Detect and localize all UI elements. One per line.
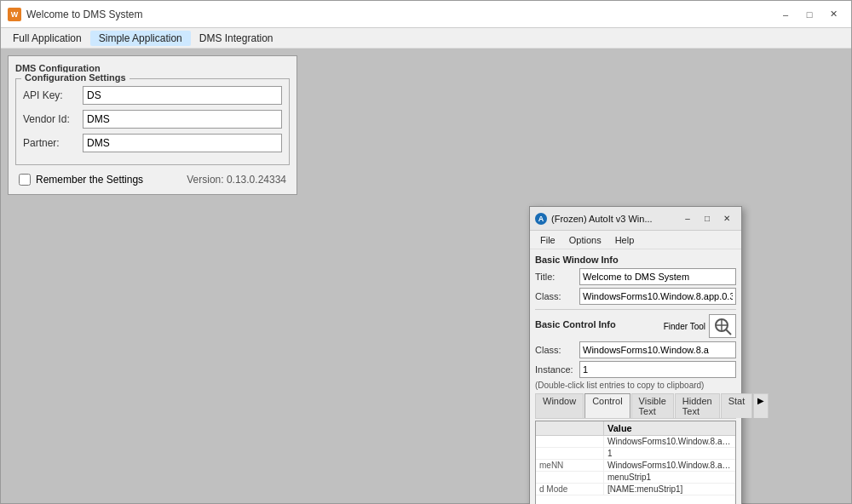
- autoit-close-button[interactable]: ✕: [717, 211, 736, 226]
- cell-value-2: WindowsForms10.Window.8.app.0.37873: [604, 460, 735, 471]
- close-button[interactable]: ✕: [822, 6, 844, 23]
- col-value-header: Value: [604, 421, 735, 435]
- api-key-row: API Key:: [23, 86, 282, 105]
- autoit-menu-help[interactable]: Help: [608, 234, 642, 246]
- cell-name-1: [536, 448, 604, 459]
- remember-checkbox[interactable]: [19, 174, 31, 186]
- config-group: Configuration Settings API Key: Vendor I…: [15, 78, 290, 165]
- basic-control-info-header: Basic Control Info: [535, 319, 616, 329]
- window-class-row: Class:: [535, 288, 736, 305]
- cell-name-4: d Mode: [536, 484, 604, 495]
- vendor-id-input[interactable]: [83, 110, 282, 129]
- autoit-menu-options[interactable]: Options: [562, 234, 608, 246]
- window-title: Welcome to DMS System: [26, 9, 774, 20]
- partner-input[interactable]: [83, 134, 282, 152]
- tab-row: Window Control Visible Text Hidden Text …: [535, 393, 736, 419]
- control-class-row: Class:: [535, 341, 736, 358]
- partner-label: Partner:: [23, 137, 83, 149]
- basic-control-info-section: Basic Control Info Finder Tool: [535, 314, 736, 338]
- tab-control[interactable]: Control: [584, 393, 630, 418]
- app-icon: W: [8, 8, 21, 21]
- vendor-id-row: Vendor Id:: [23, 110, 282, 129]
- autoit-app-icon: A: [535, 213, 547, 225]
- finder-tool-label: Finder Tool: [664, 322, 705, 331]
- menu-simple-application[interactable]: Simple Application: [90, 31, 191, 46]
- autoit-content: Basic Window Info Title: Class: Basic Co…: [530, 249, 741, 504]
- menu-full-application[interactable]: Full Application: [4, 31, 90, 46]
- autoit-title-bar: A (Frozen) AutoIt v3 Win... – □ ✕: [530, 207, 741, 231]
- autoit-window-controls: – □ ✕: [678, 211, 736, 226]
- control-instance-label: Instance:: [535, 364, 579, 375]
- autoit-maximize-button[interactable]: □: [698, 211, 717, 226]
- minimize-button[interactable]: –: [774, 6, 797, 23]
- autoit-menu-bar: File Options Help: [530, 231, 741, 249]
- autoit-window: A (Frozen) AutoIt v3 Win... – □ ✕ File O…: [529, 206, 742, 504]
- table-row[interactable]: 1: [536, 448, 735, 460]
- config-group-legend: Configuration Settings: [21, 72, 130, 83]
- finder-tool-icon: [713, 317, 732, 335]
- autoit-minimize-button[interactable]: –: [678, 211, 697, 226]
- table-container: Value WindowsForms10.Window.8.app.0.3787…: [535, 421, 736, 504]
- tab-visible-text[interactable]: Visible Text: [631, 393, 674, 418]
- menu-dms-integration[interactable]: DMS Integration: [191, 31, 282, 46]
- svg-line-1: [726, 329, 731, 335]
- maximize-button[interactable]: □: [798, 6, 820, 23]
- window-title-row: Title:: [535, 268, 736, 285]
- remember-row: Remember the Settings: [19, 174, 143, 186]
- remember-label: Remember the Settings: [36, 174, 143, 186]
- basic-window-info-header: Basic Window Info: [535, 255, 736, 265]
- panel-footer: Remember the Settings Version: 0.13.0.24…: [15, 172, 290, 187]
- autoit-window-title: (Frozen) AutoIt v3 Win...: [551, 214, 678, 224]
- window-class-field[interactable]: [579, 288, 736, 305]
- table-row[interactable]: d Mode [NAME:menuStrip1]: [536, 484, 735, 495]
- control-instance-row: Instance:: [535, 361, 736, 378]
- window-class-label: Class:: [535, 291, 579, 301]
- cell-value-3: menuStrip1: [604, 472, 735, 483]
- dms-config-panel: DMS Configuration Configuration Settings…: [8, 55, 297, 195]
- table-header: Value: [536, 421, 735, 436]
- window-controls: – □ ✕: [774, 6, 844, 23]
- tab-hidden-text[interactable]: Hidden Text: [675, 393, 720, 418]
- vendor-id-label: Vendor Id:: [23, 113, 83, 125]
- table-area[interactable]: Value WindowsForms10.Window.8.app.0.3787…: [535, 421, 736, 504]
- tab-window[interactable]: Window: [535, 393, 584, 418]
- cell-name-2: meNN: [536, 460, 604, 471]
- control-instance-field[interactable]: [579, 361, 736, 378]
- content-area: DMS Configuration Configuration Settings…: [1, 49, 851, 503]
- table-row[interactable]: meNN WindowsForms10.Window.8.app.0.37873: [536, 460, 735, 472]
- col-name-header: [536, 421, 604, 435]
- control-class-field[interactable]: [579, 341, 736, 358]
- tab-stat[interactable]: Stat: [721, 393, 753, 418]
- title-bar: W Welcome to DMS System – □ ✕: [1, 1, 851, 28]
- window-title-label: Title:: [535, 272, 579, 282]
- divider-1: [535, 309, 736, 310]
- api-key-label: API Key:: [23, 89, 83, 101]
- table-row[interactable]: menuStrip1: [536, 472, 735, 484]
- control-class-label: Class:: [535, 345, 579, 355]
- tab-scroll-right[interactable]: ▶: [753, 393, 769, 418]
- main-window: W Welcome to DMS System – □ ✕ Full Appli…: [0, 0, 852, 504]
- cell-name-0: [536, 436, 604, 447]
- cell-name-3: [536, 472, 604, 483]
- cell-value-0: WindowsForms10.Window.8.app.0.37873: [604, 436, 735, 447]
- partner-row: Partner:: [23, 134, 282, 152]
- api-key-input[interactable]: [83, 86, 282, 105]
- table-row[interactable]: WindowsForms10.Window.8.app.0.37873: [536, 436, 735, 448]
- finder-tool-button[interactable]: [709, 314, 736, 338]
- cell-value-4: [NAME:menuStrip1]: [604, 484, 735, 495]
- cell-value-1: 1: [604, 448, 735, 459]
- menu-bar: Full Application Simple Application DMS …: [1, 28, 851, 49]
- window-title-field[interactable]: [579, 268, 736, 285]
- autoit-menu-file[interactable]: File: [533, 234, 562, 246]
- hint-text: (Double-click list entries to copy to cl…: [535, 381, 736, 390]
- version-text: Version: 0.13.0.24334: [187, 174, 286, 186]
